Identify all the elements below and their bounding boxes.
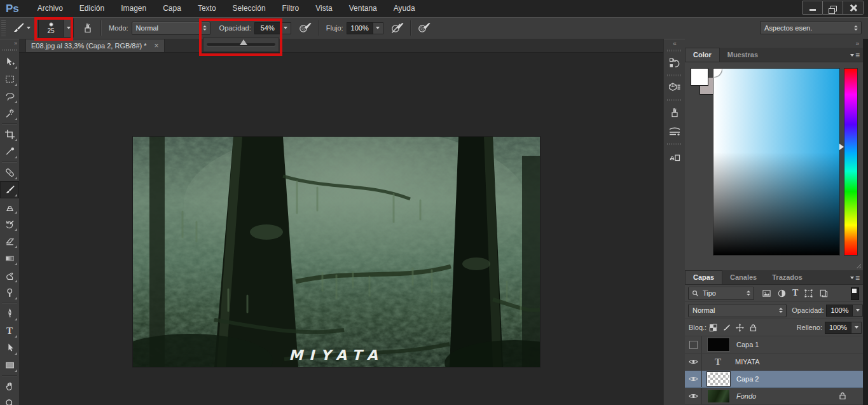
filter-smart-object-icon[interactable] bbox=[819, 289, 829, 298]
brush-preset-dropdown-button[interactable] bbox=[64, 18, 74, 38]
dock-grip[interactable] bbox=[667, 143, 682, 145]
document-tab[interactable]: E08.jpg al 33,3% (Capa 2, RGB/8#) * × bbox=[25, 39, 165, 52]
layer-name[interactable]: MIYATA bbox=[735, 358, 760, 366]
tool-pen[interactable] bbox=[0, 305, 19, 322]
brush-preset-picker[interactable]: 25 bbox=[38, 18, 64, 38]
tab-canales[interactable]: Canales bbox=[722, 271, 764, 284]
lock-transparency-icon[interactable] bbox=[709, 324, 717, 332]
dock-grip[interactable] bbox=[667, 50, 682, 51]
lock-position-icon[interactable] bbox=[736, 324, 744, 332]
collapse-dock-icon[interactable]: « bbox=[664, 39, 685, 48]
filter-adjustment-layers-icon[interactable] bbox=[777, 289, 787, 298]
menu-archivo[interactable]: Archivo bbox=[29, 0, 71, 17]
visibility-toggle[interactable] bbox=[685, 336, 702, 353]
layer-thumbnail[interactable] bbox=[707, 338, 730, 352]
menu-ayuda[interactable]: Ayuda bbox=[385, 0, 424, 17]
brush-tool-chip[interactable] bbox=[10, 20, 33, 36]
dock-grip[interactable] bbox=[667, 99, 682, 101]
layer-thumbnail[interactable] bbox=[707, 389, 730, 403]
foreground-color-swatch[interactable] bbox=[691, 68, 708, 86]
layer-row-capa2[interactable]: Capa 2 bbox=[685, 371, 863, 388]
tab-color[interactable]: Color bbox=[685, 48, 720, 62]
menu-capa[interactable]: Capa bbox=[155, 0, 189, 17]
airbrush-button[interactable] bbox=[390, 20, 405, 36]
visibility-toggle[interactable] bbox=[685, 388, 702, 404]
dock-history-button[interactable] bbox=[664, 53, 685, 72]
menu-ventana[interactable]: Ventana bbox=[341, 0, 385, 17]
menu-seleccion[interactable]: Selección bbox=[224, 0, 274, 17]
layer-filter-toggle[interactable] bbox=[851, 287, 859, 300]
dock-brush-settings-button[interactable] bbox=[664, 103, 685, 122]
tab-capas[interactable]: Capas bbox=[685, 270, 722, 284]
dock-brush-presets-button[interactable] bbox=[664, 122, 685, 141]
menu-texto[interactable]: Texto bbox=[189, 0, 224, 17]
pressure-opacity-button[interactable] bbox=[298, 20, 313, 36]
layer-fill-field[interactable]: 100% bbox=[825, 322, 851, 334]
opacity-slider-track[interactable] bbox=[207, 43, 275, 46]
saturation-brightness-picker[interactable] bbox=[713, 68, 840, 256]
tool-dodge[interactable] bbox=[0, 284, 19, 301]
opacity-slider-thumb[interactable] bbox=[240, 39, 247, 45]
dock-clone-source-button[interactable] bbox=[664, 147, 685, 166]
tool-clone-stamp[interactable] bbox=[0, 198, 19, 216]
panel-resize-grip[interactable] bbox=[855, 262, 861, 268]
tool-lasso[interactable] bbox=[0, 88, 19, 105]
blend-mode-select[interactable]: Normal bbox=[132, 22, 210, 35]
toggle-brush-panel-button[interactable] bbox=[80, 20, 95, 36]
layer-opacity-field[interactable]: 100% bbox=[826, 305, 853, 317]
lock-pixels-icon[interactable] bbox=[722, 324, 731, 332]
tool-brush[interactable] bbox=[0, 181, 19, 198]
tool-magic-wand[interactable] bbox=[0, 105, 19, 122]
flow-value-field[interactable]: 100% bbox=[347, 22, 373, 34]
visibility-toggle[interactable] bbox=[685, 371, 702, 387]
layer-row-capa1[interactable]: Capa 1 bbox=[685, 336, 863, 354]
layer-fill-dropdown[interactable] bbox=[851, 322, 862, 334]
layer-filter-select[interactable]: Tipo bbox=[688, 287, 754, 300]
tool-eyedropper[interactable] bbox=[0, 143, 19, 160]
dock-grip[interactable] bbox=[667, 74, 682, 76]
tool-rectangular-marquee[interactable] bbox=[0, 71, 19, 88]
layer-row-fondo[interactable]: Fondo bbox=[685, 388, 863, 405]
tool-rectangle-shape[interactable] bbox=[0, 357, 19, 374]
toolbar-expand-icon[interactable]: » bbox=[0, 39, 19, 48]
tool-eraser[interactable] bbox=[0, 233, 19, 250]
tool-history-brush[interactable] bbox=[0, 216, 19, 233]
filter-type-layers-icon[interactable]: T bbox=[792, 288, 798, 298]
layer-blend-mode-select[interactable]: Normal bbox=[688, 304, 787, 317]
filter-shape-layers-icon[interactable] bbox=[804, 289, 813, 298]
layer-opacity-dropdown[interactable] bbox=[853, 305, 863, 317]
lock-all-icon[interactable] bbox=[749, 324, 757, 332]
layer-thumbnail[interactable] bbox=[707, 372, 730, 386]
tool-path-selection[interactable] bbox=[0, 340, 19, 357]
tool-hand[interactable] bbox=[0, 378, 19, 395]
color-panel-menu-button[interactable]: ≡ bbox=[850, 51, 860, 60]
layer-name[interactable]: Capa 1 bbox=[736, 341, 759, 348]
tool-move[interactable] bbox=[0, 53, 19, 71]
tab-trazados[interactable]: Trazados bbox=[764, 271, 810, 284]
options-bar-grip[interactable] bbox=[1, 20, 6, 36]
tool-gradient[interactable] bbox=[0, 250, 19, 267]
text-layer-thumbnail[interactable]: T bbox=[707, 355, 729, 368]
pressure-size-button[interactable] bbox=[417, 20, 432, 36]
canvas[interactable]: MIYATA bbox=[133, 137, 540, 367]
minimize-button[interactable] bbox=[802, 1, 823, 15]
restore-button[interactable] bbox=[823, 1, 843, 15]
tool-smudge[interactable] bbox=[0, 267, 19, 284]
hue-ramp-pointer[interactable] bbox=[839, 144, 844, 150]
flow-dropdown-button[interactable] bbox=[373, 22, 383, 34]
layers-panel-menu-button[interactable]: ≡ bbox=[850, 273, 860, 282]
tab-close-icon[interactable]: × bbox=[155, 43, 159, 49]
layer-name[interactable]: Capa 2 bbox=[736, 375, 759, 383]
tool-type[interactable]: T bbox=[0, 322, 19, 340]
expand-dock-icon[interactable]: » bbox=[685, 39, 863, 48]
tool-crop[interactable] bbox=[0, 126, 19, 143]
visibility-toggle[interactable] bbox=[685, 354, 702, 370]
menu-edicion[interactable]: Edición bbox=[71, 0, 113, 17]
menu-imagen[interactable]: Imagen bbox=[113, 0, 155, 17]
tool-spot-healing-brush[interactable] bbox=[0, 164, 19, 181]
workspace-select[interactable]: Aspectos esen. bbox=[760, 21, 862, 34]
tool-zoom[interactable] bbox=[0, 395, 19, 405]
layer-name[interactable]: Fondo bbox=[736, 392, 756, 400]
layer-row-miyata[interactable]: T MIYATA bbox=[685, 354, 863, 371]
opacity-value-field[interactable]: 54% bbox=[254, 22, 281, 34]
